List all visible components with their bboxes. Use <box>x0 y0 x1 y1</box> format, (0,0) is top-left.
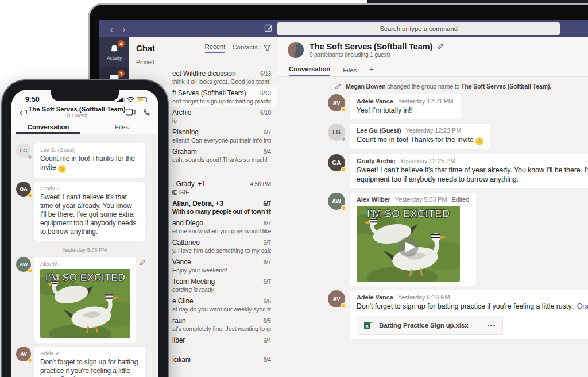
presence-away-icon <box>28 268 32 273</box>
phone-nav: ‹1 The Soft Serves (Softball Team) (1 Gu… <box>11 105 158 121</box>
back-button[interactable]: ‹1 <box>20 108 28 116</box>
teams-desktop-app: ‹ › Search or type a command Activity 4 … <box>99 20 588 377</box>
message-time: Yesterday 12:21 PM <box>398 98 454 105</box>
tab-files[interactable]: Files <box>343 67 357 76</box>
message-author: Grady Archie <box>357 157 395 164</box>
message-list: Megan Bowen changed the group name to Th… <box>277 77 588 377</box>
tab-files[interactable]: Files <box>85 121 158 134</box>
search-input[interactable]: Search or type a command <box>277 22 560 35</box>
message: AV Adele VanceYesterday 12:21 PM Yes! I'… <box>328 94 588 119</box>
avatar: GA <box>328 154 345 171</box>
message-time: Yesterday 5:03 PM <box>395 196 447 203</box>
rail-item-activity[interactable]: Activity 4 <box>99 37 129 67</box>
gif-attachment[interactable]: I'M SO EXCITED <box>40 269 130 338</box>
new-chat-icon[interactable] <box>264 24 273 33</box>
tab-contacts[interactable]: Contacts <box>232 44 258 52</box>
smiley-emoji: ☺ <box>475 137 483 145</box>
chat-title: The Soft Serves (Softball Team) <box>28 106 126 113</box>
rail-label: Activity <box>107 55 122 61</box>
message-text: Count me in too! Thanks for the invite ☺ <box>357 135 483 145</box>
presence-offline-icon <box>341 136 346 142</box>
svg-text:X: X <box>365 324 369 329</box>
presence-away-icon <box>28 358 32 363</box>
forward-icon[interactable]: › <box>118 24 130 34</box>
avatar: AW <box>16 257 31 272</box>
presence-away-icon <box>341 205 346 211</box>
gif-caption: I'M SO EXCITED <box>367 207 450 219</box>
wifi-icon <box>127 97 134 102</box>
avatar: GA <box>16 182 31 197</box>
chat-badge: 1 <box>117 70 125 78</box>
presence-away-icon <box>28 193 32 198</box>
teams-mobile-app: 9:50 ‹1 The Soft Serves (Softball Team) … <box>11 90 158 377</box>
message-author: Alex W. <box>40 260 130 267</box>
message-author: Adele V. <box>40 350 139 356</box>
presence-offline-icon <box>28 155 32 159</box>
gif-thumbnail-icon <box>172 190 177 195</box>
chat-panel-title: Chat <box>136 43 198 53</box>
avatar: AV <box>328 94 345 111</box>
tab-conversation[interactable]: Conversation <box>11 121 85 134</box>
file-name: Batting Practice Sign up.xlsx <box>379 322 481 329</box>
message-author: Alex Wilber <box>357 196 390 203</box>
activity-badge: 4 <box>117 40 125 48</box>
back-icon[interactable]: ‹ <box>105 24 118 34</box>
message: LG Lee Gu (Guest)Yesterday 12:23 PM Coun… <box>328 124 588 149</box>
conversation-tabs: Conversation Files + <box>277 63 588 77</box>
message-text: Yes! I'm totally in!! <box>357 106 454 115</box>
file-attachment[interactable]: X Batting Practice Sign up.xlsx ••• <box>357 316 503 335</box>
message-author: Adele Vance <box>357 294 393 301</box>
message-with-gif: AW Alex WilberYesterday 5:03 PMEdited <box>328 193 588 286</box>
message: GA Grady ArchieYesterday 12:25 PM Sweet!… <box>328 154 588 188</box>
conversation-panel: The Soft Serves (Softball Team) 9 partic… <box>277 37 588 377</box>
message-text: Sweet! I can't believe it's that time of… <box>40 193 139 236</box>
edited-label: Edited <box>452 196 470 203</box>
smiley-emoji: ☺ <box>58 165 66 173</box>
app-titlebar: ‹ › Search or type a command <box>99 20 588 37</box>
phone-device: 9:50 ‹1 The Soft Serves (Softball Team) … <box>1 79 169 377</box>
message-with-gif: AW Alex W. I'M SO EXCITED <box>16 257 153 343</box>
signal-icon <box>117 97 125 102</box>
edit-title-icon[interactable] <box>437 43 444 50</box>
conversation-header: The Soft Serves (Softball Team) 9 partic… <box>277 37 588 63</box>
pinned-section-label: Pinned <box>129 54 277 68</box>
message-time: Yesterday 12:23 PM <box>405 127 461 134</box>
message: LG Lee G. (Guest) Count me in too! Thank… <box>16 143 153 178</box>
message-with-file: AV Adele VanceYesterday 5:16 PM Don't fo… <box>328 290 588 339</box>
message-text: Count me in too! Thanks for the invite ☺ <box>40 155 139 173</box>
pencil-icon <box>335 83 341 90</box>
excel-icon: X <box>364 321 373 330</box>
system-message: Megan Bowen changed the group name to Th… <box>335 83 588 90</box>
gif-attachment[interactable]: I'M SO EXCITED <box>357 206 460 282</box>
file-more-icon[interactable]: ••• <box>487 322 496 329</box>
message-text: Sweet! I can't believe it's that time of… <box>357 166 588 184</box>
time-divider: Yesterday 5:03 PM <box>16 247 153 253</box>
battery-icon <box>137 97 147 102</box>
message-text: Don't forget to sign up for batting prac… <box>357 302 588 312</box>
mention-grady[interactable]: Grady <box>577 302 588 310</box>
gif-caption: I'M SO EXCITED <box>45 272 125 283</box>
phone-tabs: Conversation Files <box>11 121 158 134</box>
audio-call-icon[interactable] <box>142 108 150 116</box>
filter-icon[interactable] <box>264 44 271 52</box>
add-tab-button[interactable]: + <box>369 64 374 76</box>
play-icon[interactable] <box>398 237 419 257</box>
screenshot-canvas: { "icons": { "back": "‹", "forward": "›"… <box>0 0 588 377</box>
message-author: Lee G. (Guest) <box>40 147 139 153</box>
message-text: Don't forget to sign up for batting prac… <box>40 358 139 377</box>
tab-conversation[interactable]: Conversation <box>289 66 330 76</box>
presence-away-icon <box>341 303 346 309</box>
avatar: AV <box>328 290 345 307</box>
avatar: AW <box>328 193 345 210</box>
edited-pencil-icon <box>140 259 146 266</box>
avatar: AV <box>16 347 31 361</box>
phone-notch <box>51 90 119 101</box>
participants-count: 9 participants (including 1 guest) <box>310 52 444 58</box>
phone-message-list: LG Lee G. (Guest) Count me in too! Thank… <box>11 134 158 377</box>
message-author: Grady A. <box>40 185 139 191</box>
message-author: Adele Vance <box>357 98 393 105</box>
chat-subtitle: (1 Guest) <box>28 113 126 118</box>
tab-recent[interactable]: Recent <box>205 43 226 53</box>
presence-away-icon <box>341 167 346 172</box>
video-call-icon[interactable] <box>126 109 136 116</box>
